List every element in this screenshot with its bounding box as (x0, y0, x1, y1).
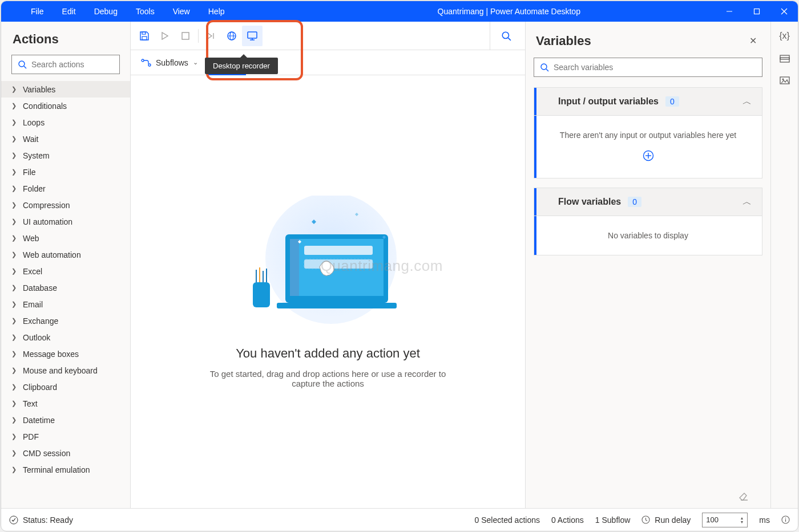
run-delay-input[interactable]: 100 ▲▼ (702, 513, 748, 527)
desktop-recorder-button[interactable] (242, 26, 263, 46)
chevron-right-icon: ❯ (11, 466, 19, 473)
action-category[interactable]: ❯Terminal emulation (1, 461, 130, 478)
svg-point-4 (19, 61, 25, 67)
menu-view[interactable]: View (164, 2, 199, 21)
subflows-label: Subflows (156, 58, 188, 67)
action-category[interactable]: ❯Variables (1, 81, 130, 98)
chevron-right-icon: ❯ (11, 135, 19, 143)
menu-debug[interactable]: Debug (85, 2, 127, 21)
run-button[interactable] (155, 26, 175, 46)
save-button[interactable] (134, 26, 155, 46)
eraser-icon[interactable] (739, 492, 749, 501)
add-variable-button[interactable] (643, 150, 654, 161)
category-label: Wait (23, 135, 38, 144)
action-category[interactable]: ❯Exchange (1, 312, 130, 329)
category-label: Loops (23, 118, 45, 127)
action-category[interactable]: ❯Conditionals (1, 98, 130, 114)
subflows-dropdown[interactable]: Subflows ⌄ (131, 50, 208, 75)
spinner-icon[interactable]: ▲▼ (740, 516, 744, 524)
actions-tree[interactable]: ❯Variables❯Conditionals❯Loops❯Wait❯Syste… (1, 81, 130, 508)
action-category[interactable]: ❯Email (1, 296, 130, 312)
action-category[interactable]: ❯PDF (1, 428, 130, 445)
category-label: Excel (23, 267, 42, 276)
category-label: Variables (23, 85, 55, 94)
canvas[interactable]: You haven't added any action yet To get … (131, 75, 525, 508)
empty-text: There aren't any input or output variabl… (549, 131, 747, 140)
action-category[interactable]: ❯Excel (1, 263, 130, 279)
search-variables-input[interactable] (554, 63, 756, 72)
category-label: Clipboard (23, 383, 57, 392)
svg-rect-25 (304, 259, 373, 269)
actions-panel: Actions ❯Variables❯Conditionals❯Loops❯Wa… (1, 22, 131, 508)
svg-rect-23 (290, 239, 299, 296)
right-rail: {x} (770, 22, 798, 508)
category-label: Web (23, 234, 39, 243)
svg-point-18 (142, 59, 144, 62)
action-category[interactable]: ❯Folder (1, 180, 130, 197)
maximize-button[interactable] (743, 1, 770, 22)
step-button[interactable] (201, 26, 221, 46)
info-icon[interactable] (781, 515, 790, 524)
action-category[interactable]: ❯Clipboard (1, 379, 130, 395)
action-category[interactable]: ❯Web (1, 230, 130, 246)
action-category[interactable]: ❯System (1, 147, 130, 164)
action-category[interactable]: ❯Wait (1, 131, 130, 147)
variables-title: Variables (536, 34, 591, 48)
chevron-right-icon: ❯ (11, 449, 19, 457)
images-rail-icon[interactable] (780, 76, 790, 84)
search-variables[interactable] (534, 58, 762, 77)
empty-subtext: To get started, drag and drop actions he… (205, 369, 451, 388)
category-label: Database (23, 283, 57, 293)
menu-file[interactable]: File (22, 2, 53, 21)
action-category[interactable]: ❯Database (1, 279, 130, 296)
category-label: Email (23, 300, 43, 309)
menu-tools[interactable]: Tools (127, 2, 164, 21)
toolbar (131, 22, 525, 50)
search-icon (540, 63, 549, 72)
search-actions-input[interactable] (31, 60, 131, 69)
action-category[interactable]: ❯File (1, 164, 130, 180)
ui-elements-rail-icon[interactable] (780, 55, 790, 63)
toolbar-search[interactable] (490, 22, 522, 50)
search-actions[interactable] (11, 55, 120, 74)
action-category[interactable]: ❯UI automation (1, 213, 130, 230)
chevron-right-icon: ❯ (11, 201, 19, 209)
minimize-button[interactable] (716, 1, 743, 22)
svg-line-5 (24, 66, 26, 68)
empty-heading: You haven't added any action yet (236, 346, 420, 361)
close-panel-button[interactable]: ✕ (746, 32, 760, 50)
category-label: Exchange (23, 316, 58, 326)
action-category[interactable]: ❯Text (1, 395, 130, 412)
menu-edit[interactable]: Edit (53, 2, 85, 21)
action-category[interactable]: ❯Mouse and keyboard (1, 362, 130, 379)
chevron-right-icon: ❯ (11, 168, 19, 176)
svg-rect-26 (277, 303, 397, 308)
actions-title: Actions (1, 22, 130, 55)
chevron-right-icon: ❯ (11, 284, 19, 291)
action-category[interactable]: ❯Datetime (1, 412, 130, 428)
stop-button[interactable] (175, 26, 196, 46)
section-body: There aren't any input or output variabl… (534, 115, 762, 178)
svg-rect-27 (253, 282, 270, 307)
svg-rect-1 (754, 9, 760, 14)
category-label: UI automation (23, 217, 72, 226)
status-actions: 0 Actions (551, 515, 584, 525)
section-header[interactable]: Flow variables0︿ (534, 188, 762, 216)
section-header[interactable]: Input / output variables0︿ (534, 88, 762, 115)
chevron-right-icon: ❯ (11, 334, 19, 341)
action-category[interactable]: ❯CMD session (1, 445, 130, 461)
category-label: System (23, 151, 50, 160)
variables-rail-icon[interactable]: {x} (779, 31, 790, 41)
action-category[interactable]: ❯Compression (1, 197, 130, 213)
chevron-right-icon: ❯ (11, 267, 19, 275)
close-button[interactable] (770, 1, 798, 22)
menu-help[interactable]: Help (199, 2, 234, 21)
category-label: Compression (23, 201, 70, 210)
action-category[interactable]: ❯Message boxes (1, 346, 130, 362)
action-category[interactable]: ❯Loops (1, 114, 130, 131)
web-recorder-button[interactable] (221, 26, 242, 46)
separator (198, 29, 199, 43)
action-category[interactable]: ❯Web automation (1, 246, 130, 263)
section-body: No variables to display (534, 216, 762, 255)
action-category[interactable]: ❯Outlook (1, 329, 130, 346)
